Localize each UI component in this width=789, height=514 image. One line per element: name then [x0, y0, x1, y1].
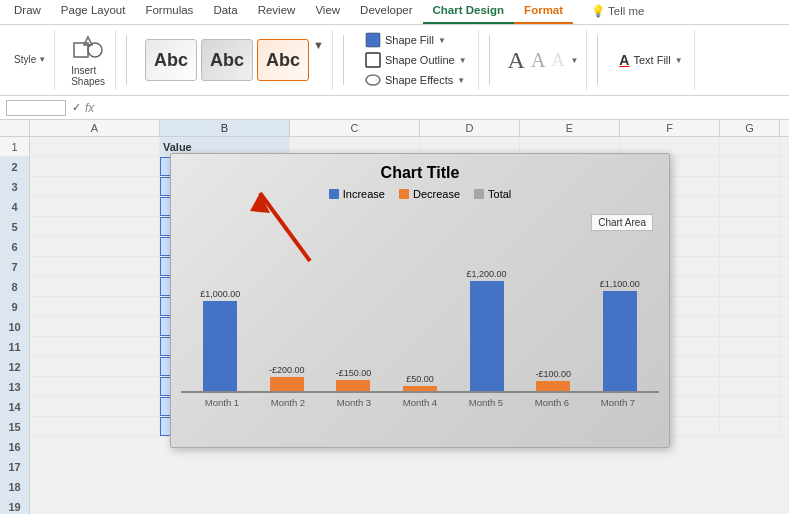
more-styles-arrow[interactable]: ▼ [313, 39, 324, 51]
tab-page-layout[interactable]: Page Layout [51, 0, 136, 24]
row-num-13[interactable]: 13 [0, 377, 29, 397]
shape-outline-icon [365, 52, 381, 68]
row-num-1[interactable]: 1 [0, 137, 29, 157]
svg-point-5 [366, 75, 380, 85]
row-num-5[interactable]: 5 [0, 217, 29, 237]
bar-month6: -£100.00 [522, 369, 585, 391]
tab-draw[interactable]: Draw [4, 0, 51, 24]
shape-effects-arrow[interactable]: ▼ [457, 76, 465, 85]
x-label-month1: Month 1 [189, 397, 255, 408]
cell-a2[interactable] [30, 157, 160, 176]
bar-orange-month3 [336, 380, 370, 391]
insert-shapes-group: InsertShapes [61, 30, 116, 90]
shape-outline-button[interactable]: Shape Outline ▼ [362, 51, 470, 69]
fx-label: fx [85, 101, 94, 115]
row-num-7[interactable]: 7 [0, 257, 29, 277]
col-header-g[interactable]: G [720, 120, 780, 136]
corner-cell[interactable] [0, 120, 30, 136]
row-num-9[interactable]: 9 [0, 297, 29, 317]
svg-rect-4 [366, 53, 380, 67]
shape-style-button-3[interactable]: Abc [257, 39, 309, 81]
row-num-18[interactable]: 18 [0, 477, 29, 497]
text-style-group: A A A ▼ [500, 30, 588, 90]
row-num-11[interactable]: 11 [0, 337, 29, 357]
col-header-f[interactable]: F [620, 120, 720, 136]
formula-input[interactable] [100, 101, 783, 115]
formula-checkmark[interactable]: ✓ [72, 101, 81, 114]
row-num-6[interactable]: 6 [0, 237, 29, 257]
row-num-8[interactable]: 8 [0, 277, 29, 297]
col-header-e[interactable]: E [520, 120, 620, 136]
shape-style-button-1[interactable]: Abc [145, 39, 197, 81]
row-num-19[interactable]: 19 [0, 497, 29, 514]
cell-g3[interactable] [720, 177, 780, 196]
text-style-a-dark[interactable]: A [508, 47, 525, 74]
row-num-4[interactable]: 4 [0, 197, 29, 217]
shape-fill-button[interactable]: Shape Fill ▼ [362, 31, 449, 49]
row-num-16[interactable]: 16 [0, 437, 29, 457]
style-dropdown-arrow[interactable]: ▼ [38, 55, 46, 64]
shape-outline-arrow[interactable]: ▼ [459, 56, 467, 65]
tab-review[interactable]: Review [248, 0, 306, 24]
row-num-10[interactable]: 10 [0, 317, 29, 337]
separator-2 [343, 35, 344, 85]
text-style-a-light[interactable]: A [551, 50, 564, 71]
style-group: Style ▼ [6, 30, 55, 90]
col-header-b[interactable]: B [160, 120, 290, 136]
bar-orange-month6 [536, 381, 570, 391]
row-num-12[interactable]: 12 [0, 357, 29, 377]
tab-chart-design[interactable]: Chart Design [423, 0, 515, 24]
ribbon: Draw Page Layout Formulas Data Review Vi… [0, 0, 789, 96]
cell-a4[interactable] [30, 197, 160, 216]
tab-format[interactable]: Format [514, 0, 573, 24]
legend-increase-color [329, 189, 339, 199]
cell-g1[interactable] [720, 137, 780, 156]
bar-blue-month5 [470, 281, 504, 391]
shape-fill-icon [365, 32, 381, 48]
tab-formulas[interactable]: Formulas [135, 0, 203, 24]
insert-shapes-label: InsertShapes [71, 65, 105, 87]
chart-legend: Increase Decrease Total [181, 188, 659, 200]
shape-fill-arrow[interactable]: ▼ [438, 36, 446, 45]
spreadsheet-area: A B C D E F G 1 2 3 4 5 6 7 8 9 10 11 12… [0, 120, 789, 514]
text-style-a-medium[interactable]: A [531, 49, 545, 72]
text-fill-arrow[interactable]: ▼ [675, 56, 683, 65]
chart-area-tooltip: Chart Area [591, 214, 653, 231]
row-num-17[interactable]: 17 [0, 457, 29, 477]
x-label-month4: Month 4 [387, 397, 453, 408]
insert-shapes-button[interactable]: InsertShapes [69, 31, 107, 89]
chart-container[interactable]: Chart Title Increase Decrease Total [170, 153, 670, 448]
bar-month2: -£200.00 [256, 365, 319, 391]
separator-3 [489, 35, 490, 85]
shape-effects-button[interactable]: Shape Effects ▼ [362, 71, 468, 89]
bar-value-month7: £1,100.00 [600, 279, 640, 289]
legend-total: Total [474, 188, 511, 200]
col-header-c[interactable]: C [290, 120, 420, 136]
shape-outline-label: Shape Outline [385, 54, 455, 66]
column-headers: A B C D E F G [0, 120, 789, 137]
tab-tell-me[interactable]: 💡 Tell me [581, 0, 654, 24]
tab-data[interactable]: Data [203, 0, 247, 24]
text-fill-group: A Text Fill ▼ [608, 30, 694, 90]
chart-title: Chart Title [181, 164, 659, 182]
tab-view[interactable]: View [305, 0, 350, 24]
col-header-d[interactable]: D [420, 120, 520, 136]
text-fill-button[interactable]: A Text Fill ▼ [616, 51, 685, 69]
separator-4 [597, 35, 598, 85]
row-num-2[interactable]: 2 [0, 157, 29, 177]
col-header-a[interactable]: A [30, 120, 160, 136]
row-num-3[interactable]: 3 [0, 177, 29, 197]
row-num-15[interactable]: 15 [0, 417, 29, 437]
cell-g4[interactable] [720, 197, 780, 216]
name-box[interactable] [6, 100, 66, 116]
shape-fill-group: Shape Fill ▼ Shape Outline ▼ Shape Effec… [354, 30, 479, 90]
lightbulb-icon: 💡 [591, 4, 605, 18]
cell-g2[interactable] [720, 157, 780, 176]
cell-a3[interactable] [30, 177, 160, 196]
tab-developer[interactable]: Developer [350, 0, 422, 24]
cell-a1[interactable] [30, 137, 160, 156]
text-style-more-arrow[interactable]: ▼ [570, 56, 578, 65]
bar-value-month6: -£100.00 [535, 369, 571, 379]
shape-style-button-2[interactable]: Abc [201, 39, 253, 81]
row-num-14[interactable]: 14 [0, 397, 29, 417]
